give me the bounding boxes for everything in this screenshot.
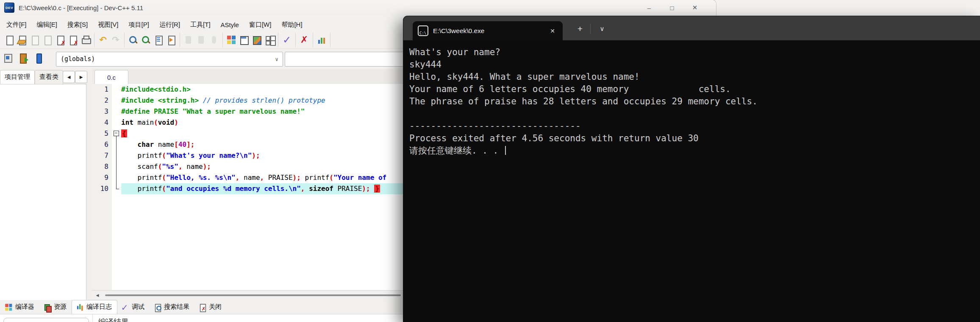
maximize-button[interactable]: □: [668, 4, 676, 11]
fold-guide: [112, 161, 121, 172]
tab-scroll-right-icon[interactable]: ▶: [75, 71, 87, 83]
find-in-files-icon[interactable]: [140, 34, 151, 45]
project-options-icon[interactable]: [251, 34, 262, 45]
profile-icon[interactable]: [316, 34, 327, 45]
log-icon[interactable]: [75, 303, 83, 311]
tab-scroll-left-icon[interactable]: ◀: [63, 71, 75, 83]
menu-astyle[interactable]: AStyle: [216, 20, 244, 30]
goto-definition-icon[interactable]: [3, 52, 14, 63]
dock-tab-label: 搜索结果: [164, 303, 189, 311]
code-token: "and occupies %d memory cells.\n": [166, 185, 301, 193]
goto-line-icon[interactable]: [166, 34, 177, 45]
code-text: printf("What's your name?\n");: [121, 150, 403, 161]
devcpp-window-title: E:\C\3week\0.c - [Executing] - Dev-C++ 5…: [19, 4, 143, 11]
replace-icon[interactable]: [153, 34, 164, 45]
dock-tab-search-results[interactable]: 搜索结果: [150, 300, 194, 314]
undo-icon[interactable]: ↶: [97, 34, 108, 45]
menu-search[interactable]: 搜索[S]: [63, 20, 92, 30]
close-button[interactable]: ✕: [691, 4, 699, 11]
globals-combobox[interactable]: (globals) ∨: [56, 52, 283, 67]
dock-tab-resources[interactable]: 资源: [39, 300, 72, 314]
hscroll-left-icon[interactable]: ◀: [93, 291, 102, 299]
close-file-icon[interactable]: [55, 34, 66, 45]
dock-tab-label: 资源: [54, 303, 67, 311]
code-line[interactable]: 10 printf("and occupies %d memory cells.…: [92, 183, 403, 194]
panel-splitter[interactable]: [86, 84, 92, 322]
menu-project[interactable]: 项目[P]: [124, 20, 154, 30]
forward-icon: [196, 34, 207, 45]
menu-help[interactable]: 帮助[H]: [277, 20, 307, 30]
console-tab[interactable]: C:\ E:\C\3week\0.exe ✕: [413, 21, 563, 40]
menu-run[interactable]: 运行[R]: [155, 20, 185, 30]
toolbar-group-1: ↶↷: [94, 33, 125, 47]
menu-view[interactable]: 视图[V]: [93, 20, 123, 30]
tab-divider: [590, 24, 591, 34]
cmd-icon-label: C:\: [419, 31, 426, 35]
grid-icon[interactable]: [264, 34, 275, 45]
code-line[interactable]: 2#include <string.h> // provides strlen(…: [92, 95, 403, 106]
dock-tab-label: 编译器: [15, 303, 34, 311]
devcpp-titlebar[interactable]: DEV E:\C\3week\0.c - [Executing] - Dev-C…: [0, 0, 716, 15]
code-line[interactable]: 1#include<stdio.h>: [92, 84, 403, 95]
chevron-down-icon[interactable]: ∨: [275, 52, 278, 66]
dock-tab-compile-log[interactable]: 编译日志: [72, 300, 117, 314]
editor-tab-0c[interactable]: 0.c: [94, 70, 128, 84]
menu-edit[interactable]: 编辑[E]: [32, 20, 62, 30]
dock-tab-debug[interactable]: ✓调试: [117, 300, 150, 314]
minimize-button[interactable]: –: [645, 4, 653, 11]
code-text: {: [121, 128, 403, 139]
close-log-icon[interactable]: [198, 303, 206, 311]
compiler-icon[interactable]: [4, 303, 12, 311]
line-number: 3: [92, 106, 112, 117]
window-icon[interactable]: [239, 34, 250, 45]
hscroll-thumb[interactable]: [105, 294, 401, 296]
code-line[interactable]: 3#define PRAISE "What a super marvelous …: [92, 106, 403, 117]
fold-guide: [112, 84, 121, 95]
code-token: // provides strlen() prototype: [203, 96, 325, 104]
search-results-icon[interactable]: [153, 303, 161, 311]
code-line[interactable]: 9 printf("Hello, %s. %s\n", name, PRAISE…: [92, 172, 403, 183]
bookmark-icon[interactable]: [33, 52, 44, 63]
devcpp-logo-icon: DEV: [4, 3, 14, 13]
editor-hscrollbar[interactable]: ◀: [92, 290, 403, 300]
code-line[interactable]: 4int main(void): [92, 117, 403, 128]
find-icon[interactable]: [128, 34, 139, 45]
debug-icon[interactable]: ✓: [121, 303, 129, 311]
menu-file[interactable]: 文件[F]: [2, 20, 31, 30]
console-line: sky444: [409, 59, 980, 71]
console-titlebar[interactable]: C:\ E:\C\3week\0.exe ✕ + ∨: [403, 16, 980, 40]
tab-project-manager[interactable]: 项目管理: [0, 70, 35, 84]
print-icon[interactable]: [80, 34, 91, 45]
code-token: ,: [178, 162, 186, 171]
fold-toggle-icon[interactable]: [112, 128, 121, 139]
project-panel[interactable]: [0, 84, 86, 322]
new-project-icon[interactable]: [226, 34, 237, 45]
open-file-icon[interactable]: [17, 34, 28, 45]
member-combobox[interactable]: [285, 52, 409, 67]
resources-icon[interactable]: [43, 303, 51, 311]
code-token: printf: [121, 174, 162, 182]
code-editor[interactable]: 1#include<stdio.h>2#include <string.h> /…: [92, 84, 403, 290]
code-line[interactable]: 8 scanf("%s", name);: [92, 161, 403, 172]
toolbar-group-3: [180, 33, 223, 47]
dock-tab-compiler[interactable]: 编译器: [1, 300, 39, 314]
insert-icon[interactable]: [18, 52, 29, 63]
console-output[interactable]: What's your name?sky444Hello, sky444. Wh…: [403, 40, 980, 322]
close-icon[interactable]: ✕: [547, 27, 558, 35]
code-token: [121, 140, 138, 148]
menu-window[interactable]: 窗口[W]: [244, 20, 276, 30]
new-tab-button[interactable]: +: [573, 22, 587, 36]
menu-tools[interactable]: 工具[T]: [186, 20, 215, 30]
tab-class-view[interactable]: 查看类: [35, 70, 63, 84]
compile-log-heading: 编译结果: [98, 317, 129, 322]
stop-icon[interactable]: ✗: [299, 34, 310, 45]
dock-tab-close[interactable]: 关闭: [194, 300, 227, 314]
close-all-icon[interactable]: [67, 34, 78, 45]
code-token: (: [154, 118, 158, 126]
code-line[interactable]: 5{: [92, 128, 403, 139]
new-file-icon[interactable]: [4, 34, 15, 45]
code-line[interactable]: 7 printf("What's your name?\n");: [92, 150, 403, 161]
tab-dropdown-icon[interactable]: ∨: [595, 22, 609, 36]
code-line[interactable]: 6 char name[40];: [92, 139, 403, 150]
compile-check-icon[interactable]: ✓: [281, 34, 292, 45]
